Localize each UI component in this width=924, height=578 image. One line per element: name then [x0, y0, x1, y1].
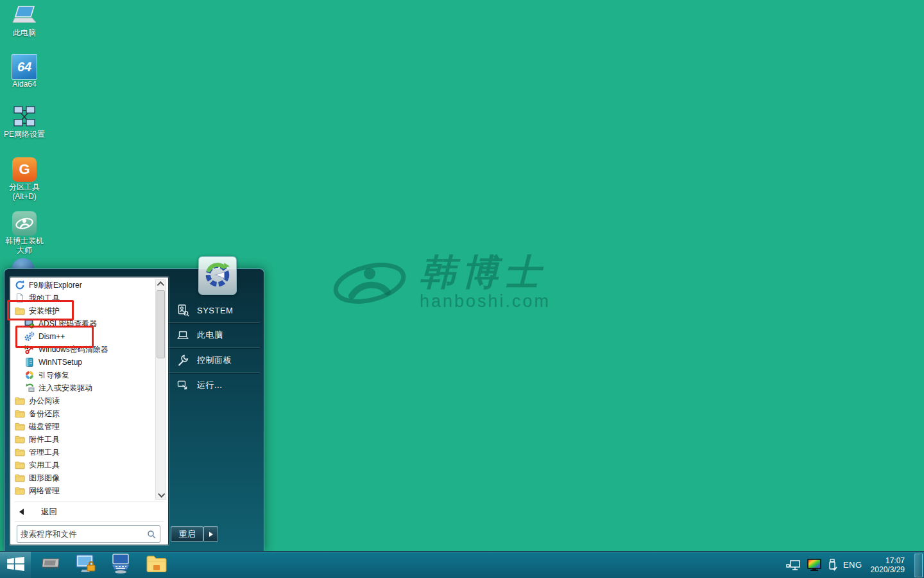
start-menu-right-item-0[interactable]: SYSTEM: [169, 298, 260, 322]
aida64-icon: 64: [0, 54, 49, 80]
start-menu-program-11[interactable]: 磁盘管理: [11, 420, 156, 433]
scroll-up-icon[interactable]: [156, 280, 166, 289]
program-label: 备份还原: [29, 408, 60, 419]
highlight-box-install-maintenance: [7, 300, 74, 320]
refresh-icon: [15, 280, 26, 290]
program-label: 磁盘管理: [29, 421, 60, 432]
start-menu-program-0[interactable]: F9刷新Explorer: [11, 279, 156, 292]
usb-icon[interactable]: [827, 559, 837, 572]
start-menu-program-16[interactable]: 网络管理: [11, 484, 156, 497]
restart-button[interactable]: 重启: [171, 526, 203, 542]
keyboard-display-icon: [109, 553, 132, 577]
taskbar-button-pc-security[interactable]: [74, 552, 98, 578]
start-menu-right-item-2[interactable]: 控制面板: [169, 347, 260, 372]
folder-icon: [15, 434, 26, 444]
wrench-icon: [176, 354, 189, 367]
desktop-icon-aida64[interactable]: 64 Aida64: [0, 54, 49, 89]
start-menu-right-item-3[interactable]: 运行...: [169, 372, 260, 398]
start-menu-program-15[interactable]: 图形图像: [11, 471, 156, 484]
start-menu-program-14[interactable]: 实用工具: [11, 459, 156, 471]
right-item-label: 控制面板: [197, 355, 232, 366]
folder-icon: [15, 396, 26, 406]
program-label: WinNTSetup: [38, 358, 82, 367]
start-menu-right-item-1[interactable]: 此电脑: [169, 322, 260, 347]
right-item-label: SYSTEM: [197, 306, 233, 315]
start-menu-program-9[interactable]: 办公阅读: [11, 394, 156, 407]
start-menu: F9刷新Explorer我的工具安装维护ADSL密码查看器Dism++NWind…: [4, 268, 264, 552]
start-menu-program-6[interactable]: WinNTSetup: [11, 356, 156, 369]
user-search-icon: [176, 304, 189, 317]
program-label: 图形图像: [29, 473, 60, 484]
tray-date: 2020/3/29: [871, 565, 905, 574]
hanboshi-master-icon: [0, 211, 49, 236]
program-label: 实用工具: [29, 460, 60, 471]
folder-icon: [146, 554, 167, 576]
back-arrow-icon: [19, 509, 24, 515]
program-label: 附件工具: [29, 434, 60, 445]
run-icon: [176, 379, 189, 392]
pc-lock-icon: [74, 553, 98, 577]
taskbar-button-onscreen-keyboard[interactable]: [108, 552, 133, 578]
laptop-icon: [176, 329, 189, 342]
folder-icon: [15, 408, 26, 419]
partition-tool-icon: G: [0, 157, 49, 182]
right-item-label: 此电脑: [197, 329, 223, 341]
taskbar-button-file-explorer[interactable]: [144, 552, 169, 578]
desktop-watermark: 韩博士 hanboshi.com: [332, 254, 551, 311]
desktop: 韩博士 hanboshi.com 此电脑 64 Aida64: [0, 0, 924, 578]
folder-icon: [15, 486, 26, 496]
pe-network-icon: [0, 104, 49, 130]
start-menu-program-13[interactable]: 管理工具: [11, 446, 156, 459]
search-input[interactable]: [17, 530, 144, 539]
program-label: 注入或安装驱动: [38, 383, 92, 394]
scroll-down-icon[interactable]: [156, 490, 166, 499]
windows-logo-icon: [7, 557, 24, 574]
start-menu-right-panel: SYSTEM此电脑控制面板运行...: [169, 298, 260, 398]
desktop-icon-pe-network[interactable]: PE网络设置: [0, 104, 49, 139]
network-icon[interactable]: [786, 559, 801, 572]
memory-chip-icon: [40, 553, 62, 577]
program-label: 引导修复: [38, 370, 69, 381]
restart-options-button[interactable]: [203, 526, 218, 542]
driver-icon: [24, 383, 35, 393]
pinwheel-icon: [24, 370, 35, 380]
watermark-title: 韩博士: [420, 254, 551, 290]
watermark-domain: hanboshi.com: [420, 292, 551, 311]
start-button[interactable]: [0, 552, 31, 578]
this-pc-icon: [0, 3, 49, 28]
desktop-icon-partition-tool[interactable]: G 分区工具 (Alt+D): [0, 157, 49, 202]
taskbar-button-memory-tool[interactable]: [39, 552, 64, 578]
display-color-icon[interactable]: [807, 559, 821, 572]
desktop-icon-this-pc[interactable]: 此电脑: [0, 3, 49, 38]
program-label: 网络管理: [29, 486, 60, 496]
tray-time: 17:07: [871, 556, 905, 565]
program-label: F9刷新Explorer: [29, 280, 82, 291]
highlight-box-dism: [15, 326, 94, 348]
taskbar: ENG 17:07 2020/3/29: [0, 551, 924, 578]
show-desktop-button[interactable]: [914, 554, 923, 577]
search-icon: [147, 530, 156, 539]
program-list-scrollbar[interactable]: [155, 279, 166, 500]
tray-clock[interactable]: 17:07 2020/3/29: [871, 556, 905, 574]
search-box[interactable]: [17, 525, 160, 543]
language-indicator[interactable]: ENG: [843, 560, 862, 570]
program-label: 管理工具: [29, 447, 60, 458]
start-menu-program-8[interactable]: 注入或安装驱动: [11, 381, 156, 394]
scrollbar-thumb[interactable]: [157, 290, 165, 358]
folder-icon: [15, 473, 26, 483]
start-menu-program-7[interactable]: 引导修复: [11, 369, 156, 381]
start-menu-program-12[interactable]: 附件工具: [11, 433, 156, 446]
start-menu-program-10[interactable]: 备份还原: [11, 407, 156, 420]
start-menu-avatar[interactable]: [198, 256, 237, 295]
folder-icon: [15, 447, 26, 457]
program-label: 办公阅读: [29, 396, 60, 407]
folder-icon: [15, 460, 26, 470]
hanboshi-logo-icon: [332, 256, 407, 310]
divider: [15, 521, 164, 522]
desktop-icon-hanboshi-master[interactable]: 韩博士装机 大师: [0, 211, 49, 256]
folder-icon: [15, 421, 26, 432]
back-button[interactable]: 返回: [10, 504, 168, 520]
system-restore-icon: [203, 259, 232, 292]
arrow-right-icon: [209, 532, 213, 537]
right-item-label: 运行...: [197, 380, 222, 391]
